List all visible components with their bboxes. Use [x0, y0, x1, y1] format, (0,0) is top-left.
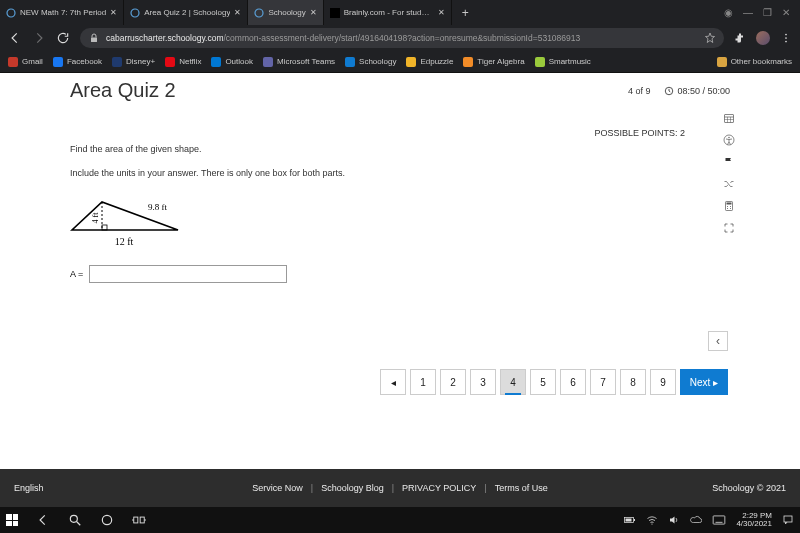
shuffle-icon[interactable] — [723, 178, 735, 190]
calendar-icon[interactable] — [723, 112, 735, 124]
question-text-1: Find the area of the given shape. — [70, 144, 701, 154]
page-4[interactable]: 4 — [500, 369, 526, 395]
assessment-header: Area Quiz 2 4 of 9 08:50 / 50:00 — [58, 73, 742, 108]
svg-point-26 — [102, 515, 111, 524]
calculator-icon[interactable] — [723, 200, 735, 212]
schoology-favicon — [130, 8, 140, 18]
progress-text: 4 of 9 — [628, 86, 651, 96]
bookmark-disney[interactable]: Disney+ — [112, 57, 155, 67]
maximize-icon[interactable]: ❐ — [763, 7, 772, 18]
close-window-icon[interactable]: ✕ — [782, 7, 790, 18]
keyboard-icon[interactable] — [712, 514, 726, 526]
base-label: 12 ft — [70, 236, 178, 247]
tab-title: NEW Math 7: 7th Period — [20, 8, 106, 17]
new-tab-button[interactable]: + — [452, 6, 479, 20]
footer-link-servicenow[interactable]: Service Now — [252, 483, 303, 493]
close-icon[interactable]: ✕ — [234, 8, 241, 17]
browser-tab-3[interactable]: Brainly.com - For students. By ✕ — [324, 0, 452, 25]
page-3[interactable]: 3 — [470, 369, 496, 395]
svg-line-25 — [77, 522, 81, 526]
footer-link-blog[interactable]: Schoology Blog — [321, 483, 384, 493]
footer-link-privacy[interactable]: PRIVACY POLICY — [402, 483, 476, 493]
minimize-icon[interactable]: — — [743, 7, 753, 18]
system-tray: 2:29 PM 4/30/2021 — [624, 512, 794, 528]
next-page-button[interactable]: Next ▸ — [680, 369, 728, 395]
page-2[interactable]: 2 — [440, 369, 466, 395]
omnibox[interactable]: cabarruscharter.schoology.com/common-ass… — [80, 28, 724, 48]
svg-point-2 — [255, 9, 263, 17]
bookmark-netflix[interactable]: Netflix — [165, 57, 201, 67]
other-bookmarks[interactable]: Other bookmarks — [717, 57, 792, 67]
bookmarks-bar: Gmail Facebook Disney+ Netflix Outlook M… — [0, 51, 800, 73]
bookmark-schoology[interactable]: Schoology — [345, 57, 396, 67]
browser-tab-0[interactable]: NEW Math 7: 7th Period ✕ — [0, 0, 124, 25]
timer-text: 08:50 / 50:00 — [677, 86, 730, 96]
close-icon[interactable]: ✕ — [438, 8, 445, 17]
bookmark-gmail[interactable]: Gmail — [8, 57, 43, 67]
page-6[interactable]: 6 — [560, 369, 586, 395]
back-taskbar-icon[interactable] — [36, 513, 50, 527]
browser-tab-1[interactable]: Area Quiz 2 | Schoology ✕ — [124, 0, 248, 25]
flag-icon[interactable] — [723, 156, 735, 168]
browser-tab-2[interactable]: Schoology ✕ — [248, 0, 323, 25]
pager: ◂ 1 2 3 4 5 6 7 8 9 Next ▸ — [380, 369, 728, 395]
wifi-icon[interactable] — [646, 514, 658, 526]
battery-icon[interactable] — [624, 515, 636, 525]
svg-point-5 — [785, 37, 787, 39]
bookmark-tigeralgebra[interactable]: Tiger Algebra — [463, 57, 524, 67]
task-view-icon[interactable] — [132, 513, 146, 527]
search-icon[interactable] — [68, 513, 82, 527]
bookmark-outlook[interactable]: Outlook — [211, 57, 253, 67]
page-5[interactable]: 5 — [530, 369, 556, 395]
site-footer: English Service Now| Schoology Blog| PRI… — [0, 469, 800, 507]
start-button[interactable] — [6, 514, 18, 526]
back-icon[interactable] — [8, 31, 22, 45]
reload-icon[interactable] — [56, 31, 70, 45]
bookmark-teams[interactable]: Microsoft Teams — [263, 57, 335, 67]
tab-title: Area Quiz 2 | Schoology — [144, 8, 230, 17]
tab-title: Brainly.com - For students. By — [344, 8, 434, 17]
forward-icon[interactable] — [32, 31, 46, 45]
volume-icon[interactable] — [668, 514, 680, 526]
menu-icon[interactable] — [780, 32, 792, 44]
fullscreen-icon[interactable] — [723, 222, 735, 234]
close-icon[interactable]: ✕ — [310, 8, 317, 17]
schoology-favicon — [254, 8, 264, 18]
record-status-icon: ◉ — [724, 7, 733, 18]
svg-rect-27 — [134, 517, 138, 523]
extensions-icon[interactable] — [734, 32, 746, 44]
cortana-icon[interactable] — [100, 513, 114, 527]
lock-icon — [88, 32, 100, 44]
svg-point-0 — [7, 9, 15, 17]
svg-point-24 — [70, 515, 77, 522]
question-text-2: Include the units in your answer. There … — [70, 168, 701, 178]
clock-icon — [664, 86, 674, 96]
page-1[interactable]: 1 — [410, 369, 436, 395]
collapse-rail-button[interactable]: ‹ — [708, 331, 728, 351]
bookmark-edpuzzle[interactable]: Edpuzzle — [406, 57, 453, 67]
page-9[interactable]: 9 — [650, 369, 676, 395]
brainly-favicon — [330, 8, 340, 18]
possible-points: POSSIBLE POINTS: 2 — [70, 118, 701, 144]
language-selector[interactable]: English — [14, 483, 44, 493]
page-8[interactable]: 8 — [620, 369, 646, 395]
accessibility-icon[interactable] — [723, 134, 735, 146]
svg-rect-33 — [626, 519, 632, 522]
answer-input[interactable] — [89, 265, 287, 283]
bookmark-smartmusic[interactable]: Smartmusic — [535, 57, 591, 67]
footer-link-terms[interactable]: Terms of Use — [495, 483, 548, 493]
notifications-icon[interactable] — [782, 514, 794, 526]
page-7[interactable]: 7 — [590, 369, 616, 395]
taskbar-clock[interactable]: 2:29 PM 4/30/2021 — [736, 512, 772, 528]
bookmark-facebook[interactable]: Facebook — [53, 57, 102, 67]
onedrive-icon[interactable] — [690, 514, 702, 526]
profile-avatar[interactable] — [756, 31, 770, 45]
svg-point-22 — [727, 208, 728, 209]
svg-point-4 — [785, 34, 787, 36]
star-icon[interactable] — [704, 32, 716, 44]
prev-page-button[interactable]: ◂ — [380, 369, 406, 395]
svg-rect-37 — [784, 516, 792, 522]
close-icon[interactable]: ✕ — [110, 8, 117, 17]
window-controls: ◉ — ❐ ✕ — [724, 7, 800, 18]
taskbar: 2:29 PM 4/30/2021 — [0, 507, 800, 533]
